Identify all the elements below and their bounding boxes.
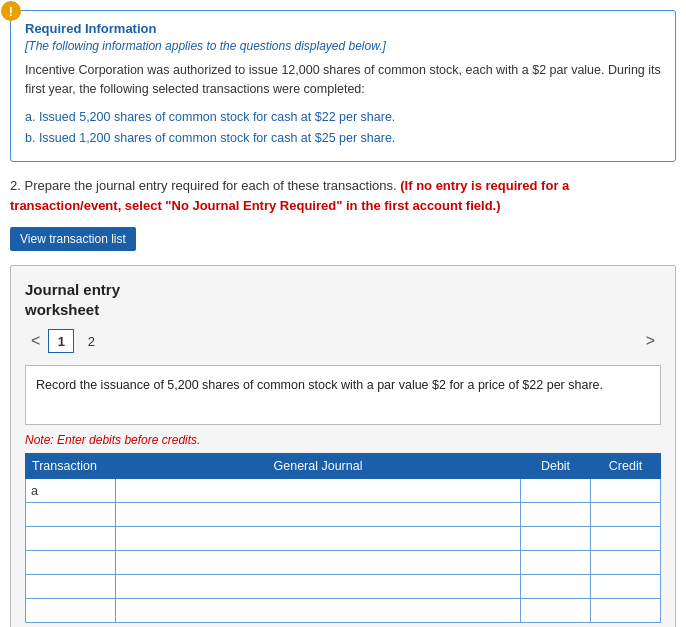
cell-credit-3[interactable] bbox=[591, 551, 661, 575]
required-body: Incentive Corporation was authorized to … bbox=[25, 61, 661, 99]
input-journal-1[interactable] bbox=[121, 508, 515, 522]
cell-transaction-2 bbox=[26, 527, 116, 551]
cell-debit-3[interactable] bbox=[521, 551, 591, 575]
input-credit-4[interactable] bbox=[596, 580, 655, 594]
view-transaction-list-button[interactable]: View transaction list bbox=[10, 227, 136, 251]
input-debit-2[interactable] bbox=[526, 532, 585, 546]
note-text: Note: Enter debits before credits. bbox=[25, 433, 661, 447]
table-row bbox=[26, 575, 661, 599]
cell-credit-4[interactable] bbox=[591, 575, 661, 599]
col-credit: Credit bbox=[591, 454, 661, 479]
input-credit-1[interactable] bbox=[596, 508, 655, 522]
col-debit: Debit bbox=[521, 454, 591, 479]
input-credit-0[interactable] bbox=[596, 484, 655, 498]
input-journal-0[interactable] bbox=[121, 484, 515, 498]
cell-journal-3[interactable] bbox=[116, 551, 521, 575]
cell-credit-2[interactable] bbox=[591, 527, 661, 551]
cell-debit-2[interactable] bbox=[521, 527, 591, 551]
input-credit-3[interactable] bbox=[596, 556, 655, 570]
input-journal-2[interactable] bbox=[121, 532, 515, 546]
required-item-a: a. Issued 5,200 shares of common stock f… bbox=[25, 107, 661, 128]
cell-transaction-5 bbox=[26, 599, 116, 623]
cell-debit-5[interactable] bbox=[521, 599, 591, 623]
worksheet-container: Journal entry worksheet < 1 2 > Record t… bbox=[10, 265, 676, 627]
required-subtitle: [The following information applies to th… bbox=[25, 39, 661, 53]
cell-journal-4[interactable] bbox=[116, 575, 521, 599]
input-debit-5[interactable] bbox=[526, 604, 585, 618]
cell-journal-1[interactable] bbox=[116, 503, 521, 527]
instruction: 2. Prepare the journal entry required fo… bbox=[10, 176, 676, 215]
input-debit-0[interactable] bbox=[526, 484, 585, 498]
input-debit-1[interactable] bbox=[526, 508, 585, 522]
table-row bbox=[26, 503, 661, 527]
required-title: Required Information bbox=[25, 21, 661, 36]
cell-transaction-4 bbox=[26, 575, 116, 599]
prev-page-button[interactable]: < bbox=[25, 330, 46, 352]
page-2-button[interactable]: 2 bbox=[78, 329, 104, 353]
input-journal-5[interactable] bbox=[121, 604, 515, 618]
instruction-text: Prepare the journal entry required for e… bbox=[24, 178, 396, 193]
cell-debit-1[interactable] bbox=[521, 503, 591, 527]
cell-debit-0[interactable] bbox=[521, 479, 591, 503]
cell-transaction-1 bbox=[26, 503, 116, 527]
cell-credit-1[interactable] bbox=[591, 503, 661, 527]
page-1-button[interactable]: 1 bbox=[48, 329, 74, 353]
input-credit-2[interactable] bbox=[596, 532, 655, 546]
cell-debit-4[interactable] bbox=[521, 575, 591, 599]
worksheet-title: Journal entry worksheet bbox=[25, 280, 661, 319]
required-item-b: b. Issued 1,200 shares of common stock f… bbox=[25, 128, 661, 149]
description-box: Record the issuance of 5,200 shares of c… bbox=[25, 365, 661, 425]
cell-journal-5[interactable] bbox=[116, 599, 521, 623]
pagination: < 1 2 > bbox=[25, 329, 661, 353]
input-debit-3[interactable] bbox=[526, 556, 585, 570]
input-credit-5[interactable] bbox=[596, 604, 655, 618]
next-page-button[interactable]: > bbox=[640, 330, 661, 352]
cell-transaction-0: a bbox=[26, 479, 116, 503]
instruction-number: 2. bbox=[10, 178, 21, 193]
cell-credit-0[interactable] bbox=[591, 479, 661, 503]
input-debit-4[interactable] bbox=[526, 580, 585, 594]
table-row bbox=[26, 599, 661, 623]
cell-journal-0[interactable] bbox=[116, 479, 521, 503]
table-row bbox=[26, 527, 661, 551]
col-general-journal: General Journal bbox=[116, 454, 521, 479]
cell-credit-5[interactable] bbox=[591, 599, 661, 623]
table-row: a bbox=[26, 479, 661, 503]
required-info-box: ! Required Information [The following in… bbox=[10, 10, 676, 162]
journal-table: Transaction General Journal Debit Credit… bbox=[25, 453, 661, 623]
required-items: a. Issued 5,200 shares of common stock f… bbox=[25, 107, 661, 150]
table-row bbox=[26, 551, 661, 575]
cell-transaction-3 bbox=[26, 551, 116, 575]
cell-journal-2[interactable] bbox=[116, 527, 521, 551]
info-icon: ! bbox=[1, 1, 21, 21]
input-journal-3[interactable] bbox=[121, 556, 515, 570]
col-transaction: Transaction bbox=[26, 454, 116, 479]
input-journal-4[interactable] bbox=[121, 580, 515, 594]
